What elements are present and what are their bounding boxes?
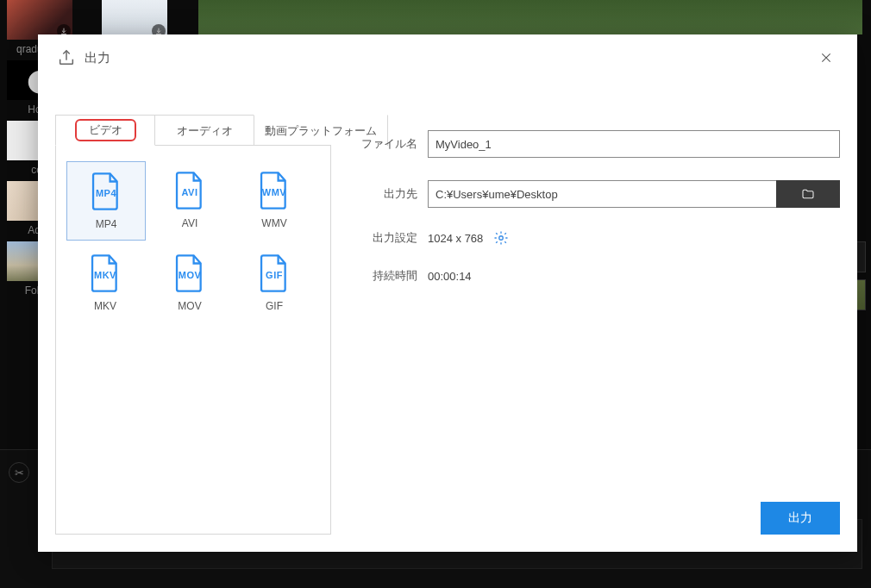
tab-video[interactable]: ビデオ — [55, 115, 155, 146]
file-icon: MKV — [89, 253, 122, 293]
file-icon: WMV — [258, 171, 291, 210]
settings-button[interactable] — [493, 230, 509, 246]
settings-value: 1024 x 768 — [428, 232, 483, 245]
format-label: AVI — [182, 217, 197, 229]
close-button[interactable] — [814, 46, 838, 70]
format-label: MP4 — [96, 218, 117, 230]
file-icon: MOV — [173, 253, 206, 293]
format-label: MKV — [94, 300, 116, 312]
file-icon: MP4 — [90, 172, 122, 211]
filename-row: ファイル名 — [357, 130, 840, 158]
filename-label: ファイル名 — [357, 136, 417, 152]
timeline-tool-icon[interactable]: ✂ — [9, 462, 29, 483]
format-option-wmv[interactable]: WMV WMV — [235, 161, 313, 239]
browse-button[interactable] — [776, 180, 840, 208]
tab-audio[interactable]: オーディオ — [154, 115, 254, 146]
export-button[interactable]: 出力 — [761, 502, 840, 535]
duration-label: 持続時間 — [357, 268, 417, 284]
tab-label: ビデオ — [75, 119, 136, 141]
export-dialog: 出力 ビデオ オーディオ 動画プラットフォーム — [38, 34, 857, 552]
format-ext: MP4 — [90, 188, 122, 198]
format-panel: ビデオ オーディオ 動画プラットフォーム MP4 MP4 AVI AVI — [55, 115, 331, 535]
format-label: MOV — [178, 300, 201, 312]
format-ext: MKV — [89, 270, 122, 280]
settings-panel: ファイル名 出力先 出力設定 1024 x 768 — [357, 130, 840, 535]
format-ext: MOV — [173, 270, 206, 280]
dialog-header: 出力 — [38, 34, 857, 82]
export-icon — [57, 48, 76, 67]
tab-bar: ビデオ オーディオ 動画プラットフォーム — [55, 115, 331, 146]
tab-label: オーディオ — [177, 123, 233, 139]
preview-strip — [198, 0, 862, 34]
svg-point-0 — [499, 236, 504, 241]
format-grid: MP4 MP4 AVI AVI WMV WMV MKV MKV MOV MOV — [55, 145, 331, 535]
outpath-label: 出力先 — [357, 186, 417, 202]
dialog-title: 出力 — [85, 50, 110, 66]
folder-icon — [799, 187, 817, 201]
settings-row: 出力設定 1024 x 768 — [357, 230, 840, 246]
format-option-mkv[interactable]: MKV MKV — [66, 244, 144, 322]
format-ext: GIF — [258, 270, 291, 280]
duration-value: 00:00:14 — [428, 270, 472, 283]
format-option-mov[interactable]: MOV MOV — [151, 244, 229, 322]
file-icon: AVI — [173, 171, 206, 210]
format-option-gif[interactable]: GIF GIF — [235, 244, 313, 322]
settings-label: 出力設定 — [357, 230, 417, 246]
format-ext: WMV — [258, 187, 291, 197]
outpath-input[interactable] — [428, 180, 776, 208]
file-icon: GIF — [258, 253, 291, 293]
format-label: WMV — [261, 217, 286, 229]
format-option-avi[interactable]: AVI AVI — [151, 161, 229, 239]
format-option-mp4[interactable]: MP4 MP4 — [66, 161, 146, 241]
outpath-row: 出力先 — [357, 180, 840, 208]
format-label: GIF — [266, 300, 283, 312]
format-ext: AVI — [173, 187, 206, 197]
filename-input[interactable] — [428, 130, 840, 158]
duration-row: 持続時間 00:00:14 — [357, 268, 840, 284]
